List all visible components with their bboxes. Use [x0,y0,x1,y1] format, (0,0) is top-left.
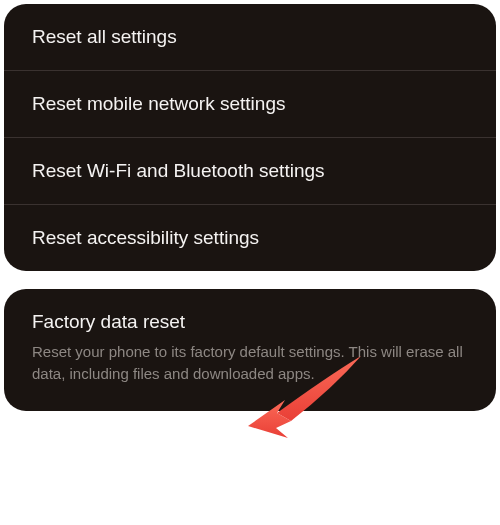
reset-mobile-network[interactable]: Reset mobile network settings [4,70,496,137]
list-item-label: Reset mobile network settings [32,93,285,114]
list-item-label: Reset Wi-Fi and Bluetooth settings [32,160,325,181]
factory-data-reset[interactable]: Factory data reset Reset your phone to i… [4,289,496,411]
list-item-label: Reset accessibility settings [32,227,259,248]
factory-reset-card: Factory data reset Reset your phone to i… [4,289,496,411]
factory-reset-title: Factory data reset [32,311,468,333]
factory-reset-description: Reset your phone to its factory default … [32,341,468,385]
reset-accessibility[interactable]: Reset accessibility settings [4,204,496,271]
reset-wifi-bluetooth[interactable]: Reset Wi-Fi and Bluetooth settings [4,137,496,204]
list-item-label: Reset all settings [32,26,177,47]
reset-options-card: Reset all settings Reset mobile network … [4,4,496,271]
reset-all-settings[interactable]: Reset all settings [4,4,496,70]
